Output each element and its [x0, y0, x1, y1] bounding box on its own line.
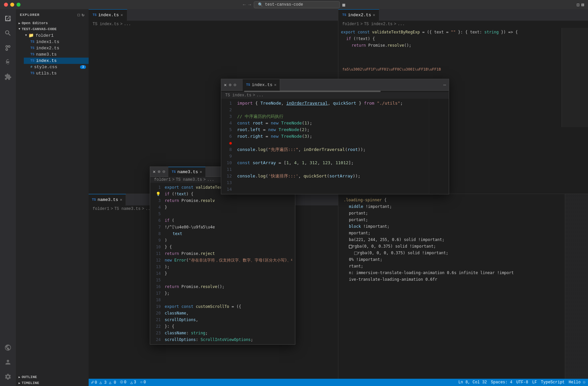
tab-close-icon[interactable]: ✕: [120, 13, 123, 18]
activity-account[interactable]: [1, 356, 15, 369]
scroll-thumb-top[interactable]: [244, 91, 381, 92]
name3-tab[interactable]: TS name3.ts ✕: [168, 167, 205, 177]
feedback[interactable]: Hello ☺: [569, 380, 585, 385]
activity-settings[interactable]: [1, 370, 15, 383]
n3-ln-4: 4: [150, 204, 161, 211]
activity-explorer[interactable]: [1, 12, 15, 25]
name3-zoom-in-icon[interactable]: ⊕: [157, 169, 160, 174]
panel-tab-close[interactable]: ✕: [274, 82, 276, 87]
nav-buttons: ← →: [243, 2, 251, 7]
refresh-icon[interactable]: ↻: [82, 12, 85, 18]
encoding[interactable]: UTF-8: [516, 380, 528, 385]
git-icon: ☍: [91, 380, 94, 385]
tab-name3[interactable]: TS name3.ts ✕: [89, 194, 126, 206]
name3-tab-close[interactable]: ✕: [200, 169, 202, 174]
activity-remote[interactable]: [1, 341, 15, 354]
indentation[interactable]: Spaces: 4: [491, 380, 512, 385]
sidebar-title-icons: ◻ ↻: [77, 12, 85, 18]
n3-ln-17: 17: [150, 290, 161, 297]
search-bar[interactable]: 🔍 test-canvas-code: [254, 1, 340, 8]
css-line-1: .loading-spinner {: [344, 197, 583, 203]
css-line-8: rgba(0, 0, 0.375) solid !important;: [344, 243, 583, 250]
activity-source-control[interactable]: [1, 41, 15, 54]
nav-forward-button[interactable]: →: [248, 2, 251, 7]
n3-code-24: scrollOptions: ScrollIntoViewOptions;: [165, 336, 292, 343]
outline-header[interactable]: ▶ OUTLINE: [16, 374, 89, 380]
panel-line-14: [237, 186, 426, 193]
file-index2-name: index2.ts: [36, 46, 59, 51]
panel-minimap: [429, 99, 449, 194]
css-line-2: middle !important;: [344, 203, 583, 210]
ln-12: 12: [223, 173, 232, 179]
tab-bar-top-left: TS index.ts ✕: [89, 9, 338, 21]
tab-index-ts[interactable]: TS index.ts ✕: [89, 9, 127, 21]
file-name3[interactable]: TS name3.ts: [24, 51, 89, 58]
minimize-button[interactable]: [10, 3, 14, 7]
ln-4: 4: [223, 120, 232, 126]
panel-tab-index[interactable]: TS index.ts ✕: [243, 79, 280, 91]
code-line-3: return Promise.resolve();: [341, 42, 585, 49]
feedback-text: Hello ☺: [569, 380, 585, 385]
name3-zoom-out-icon[interactable]: ⊖: [162, 169, 165, 174]
file-utils-name: utils.ts: [36, 71, 57, 76]
panel-more-button[interactable]: ⋯: [443, 82, 446, 88]
zoom-in-icon[interactable]: ⊕: [229, 82, 231, 88]
panel-close-button[interactable]: ✕: [224, 82, 227, 88]
git-status: 0 △ 3 △ 0: [95, 380, 116, 385]
language-mode[interactable]: TypeScript: [541, 380, 565, 385]
n3-ln-18: 18: [150, 297, 161, 303]
css-line-9: rgba(0, 0, 0, 0.375) solid !important;: [344, 250, 583, 256]
panel-tab-bar: TS index.ts ✕: [243, 79, 443, 91]
git-branch[interactable]: ☍ 0 △ 3 △ 0: [91, 380, 116, 385]
activity-search[interactable]: [1, 26, 15, 40]
timeline-header[interactable]: ▶ TIMELINE: [16, 380, 89, 386]
ts-icon-4: TS: [30, 59, 34, 63]
open-editors-header[interactable]: ▶ Open Editors: [16, 20, 89, 26]
maximize-button[interactable]: [17, 3, 21, 7]
folder-item[interactable]: ▼ 📁 folder1: [19, 32, 89, 39]
n3-code-12: new Error("存在非法字符，仅支持汉字、数字、字母(区分大小写)、中英文…: [165, 257, 292, 264]
line-ending[interactable]: LF: [532, 380, 537, 385]
file-utils[interactable]: TS utils.ts: [24, 70, 89, 76]
outline-chevron-icon: ▶: [19, 375, 20, 379]
n3-code-4: }: [165, 204, 292, 211]
warning-icon: △: [130, 380, 133, 385]
tab-index2[interactable]: TS index2.ts ✕: [338, 9, 379, 21]
tab-close-2[interactable]: ✕: [373, 13, 375, 18]
name3-panel-close[interactable]: ✕: [153, 169, 155, 174]
ts-icon-2: TS: [30, 46, 34, 50]
panel-line-1: import { TreeNode, inOrderTraversal, qui…: [237, 100, 426, 107]
file-index2[interactable]: TS index2.ts: [24, 45, 89, 51]
file-index[interactable]: TS index.ts: [24, 58, 89, 64]
panel-toggle-icon[interactable]: ▤: [581, 2, 584, 7]
css-line-13: ive-translate-loading-animation 0.6fr: [344, 276, 583, 283]
layout-icon[interactable]: ▦: [342, 2, 345, 8]
project-label: TEST-CANVAS-CODE: [21, 27, 57, 31]
n3-ln-16: 16: [150, 283, 161, 290]
n3-ln-6: 6: [150, 217, 161, 224]
css-line-12: n: immersive-translate-loading-animation…: [344, 269, 583, 276]
file-style[interactable]: # style.css 3: [24, 64, 89, 70]
tab-name3-close[interactable]: ✕: [120, 197, 122, 202]
new-file-icon[interactable]: ◻: [77, 12, 80, 18]
scroll-track-top: [221, 91, 449, 92]
zoom-out-icon[interactable]: ⊖: [233, 82, 236, 88]
cursor-position[interactable]: Ln 8, Col 32: [458, 380, 487, 385]
n3-ln-13: 13: [150, 264, 161, 270]
nav-back-button[interactable]: ←: [243, 2, 245, 7]
panel-line-7: 💡: [237, 140, 426, 146]
info-count[interactable]: ○ 0: [140, 380, 146, 385]
n3-code-8: text: [165, 230, 292, 237]
open-editors-section: ▶ Open Editors: [16, 20, 89, 26]
error-count[interactable]: ⨸ 0: [120, 380, 126, 385]
activity-extensions[interactable]: [1, 70, 15, 83]
main-area: TS index.ts ✕ TS index.ts > ... TS index…: [89, 9, 588, 386]
spaces-text: Spaces: 4: [491, 380, 512, 385]
file-index1[interactable]: TS index1.ts: [24, 39, 89, 45]
n3-code-20: className,: [165, 310, 292, 316]
close-button[interactable]: [4, 3, 8, 7]
layout-toggle-icon[interactable]: ◫: [577, 2, 579, 7]
project-header[interactable]: ▼ TEST-CANVAS-CODE: [16, 26, 89, 32]
activity-debug[interactable]: [1, 56, 15, 69]
warning-count[interactable]: △ 3: [130, 380, 136, 385]
